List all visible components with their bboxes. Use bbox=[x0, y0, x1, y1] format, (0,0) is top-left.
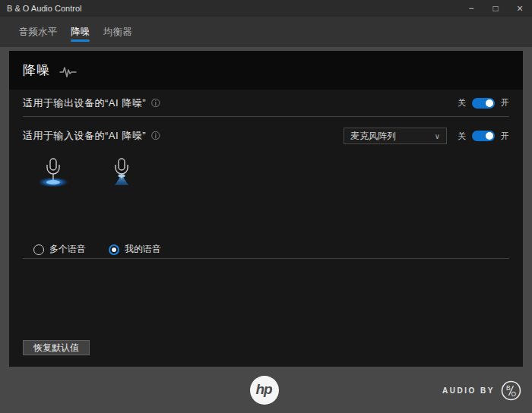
waveform-icon bbox=[59, 65, 78, 79]
microphone-narrow-pickup-icon bbox=[105, 157, 138, 189]
active-tab-indicator bbox=[71, 39, 90, 42]
dropdown-selected-value: 麦克风阵列 bbox=[350, 130, 396, 143]
toggle-off-label: 关 bbox=[458, 131, 466, 142]
panel-heading: 降噪 bbox=[23, 61, 50, 79]
window-title: B & O Audio Control bbox=[7, 4, 459, 13]
toggle-knob bbox=[486, 132, 493, 140]
toggle-on-label: 开 bbox=[501, 97, 509, 109]
title-bar: B & O Audio Control − □ × bbox=[0, 0, 532, 17]
output-row-label: 适用于输出设备的“AI 降噪” bbox=[23, 96, 146, 110]
tab-bar: 音频水平 降噪 均衡器 bbox=[0, 17, 532, 47]
audio-by-bo-branding: AUDIO BY B O bbox=[442, 380, 521, 401]
microphone-device-dropdown[interactable]: 麦克风阵列 ∨ bbox=[344, 128, 447, 144]
panel-header: 降噪 bbox=[9, 51, 523, 90]
microphone-wide-pickup-icon bbox=[36, 157, 70, 189]
output-toggle-group: 关 开 bbox=[458, 97, 509, 109]
toggle-knob bbox=[486, 99, 493, 107]
restore-defaults-button[interactable]: 恢复默认值 bbox=[23, 340, 90, 355]
input-row-label: 适用于输入设备的“AI 降噪” bbox=[23, 129, 146, 143]
input-noise-cancellation-toggle[interactable] bbox=[472, 131, 495, 141]
radio-dot bbox=[112, 247, 116, 252]
hp-logo: hp bbox=[250, 376, 279, 405]
tab-noise-cancellation[interactable]: 降噪 bbox=[71, 17, 90, 47]
voice-option-my-voice[interactable]: 我的语音 bbox=[109, 243, 161, 256]
tab-equalizer-label: 均衡器 bbox=[103, 26, 132, 39]
tab-noise-cancellation-label: 降噪 bbox=[71, 26, 90, 39]
audio-by-label: AUDIO BY bbox=[442, 386, 495, 395]
chevron-down-icon: ∨ bbox=[435, 132, 440, 140]
bang-olufsen-logo-icon: B O bbox=[501, 380, 521, 401]
output-noise-cancellation-toggle[interactable] bbox=[472, 98, 495, 109]
radio-unselected-icon[interactable] bbox=[33, 244, 44, 255]
noise-cancellation-panel: 降噪 适用于输出设备的“AI 降噪” ⓘ 关 开 适用于输入设备的“AI 降噪”… bbox=[9, 51, 523, 367]
toggle-off-label: 关 bbox=[458, 97, 466, 109]
input-noise-cancellation-row: 适用于输入设备的“AI 降噪” ⓘ 麦克风阵列 ∨ 关 开 bbox=[9, 117, 523, 155]
bo-audio-control-window: B & O Audio Control − □ × 音频水平 降噪 均衡器 降噪… bbox=[0, 0, 532, 413]
voice-option-label[interactable]: 多个语音 bbox=[49, 243, 86, 256]
tab-audio-levels-label: 音频水平 bbox=[19, 26, 57, 39]
voice-option-multiple-voices[interactable]: 多个语音 bbox=[33, 243, 86, 256]
voice-option-list: 多个语音 我的语音 bbox=[33, 243, 161, 256]
voice-option-label[interactable]: 我的语音 bbox=[125, 243, 161, 256]
info-icon[interactable]: ⓘ bbox=[151, 130, 160, 143]
footer: hp AUDIO BY B O bbox=[0, 367, 532, 413]
minimize-button[interactable]: − bbox=[459, 0, 483, 17]
info-icon[interactable]: ⓘ bbox=[151, 97, 160, 110]
maximize-button[interactable]: □ bbox=[483, 0, 508, 17]
tab-audio-levels[interactable]: 音频水平 bbox=[19, 17, 57, 47]
voice-pickup-section: 多个语音 我的语音 bbox=[9, 155, 523, 258]
divider bbox=[23, 258, 509, 259]
toggle-on-label: 开 bbox=[501, 131, 509, 142]
hp-logo-text: hp bbox=[255, 381, 271, 398]
output-noise-cancellation-row: 适用于输出设备的“AI 降噪” ⓘ 关 开 bbox=[9, 90, 523, 116]
input-toggle-group: 关 开 bbox=[458, 131, 509, 142]
close-button[interactable]: × bbox=[508, 0, 532, 17]
radio-selected-icon[interactable] bbox=[109, 244, 119, 255]
svg-text:B: B bbox=[506, 384, 511, 392]
svg-text:O: O bbox=[511, 390, 517, 398]
tab-equalizer[interactable]: 均衡器 bbox=[103, 17, 132, 47]
